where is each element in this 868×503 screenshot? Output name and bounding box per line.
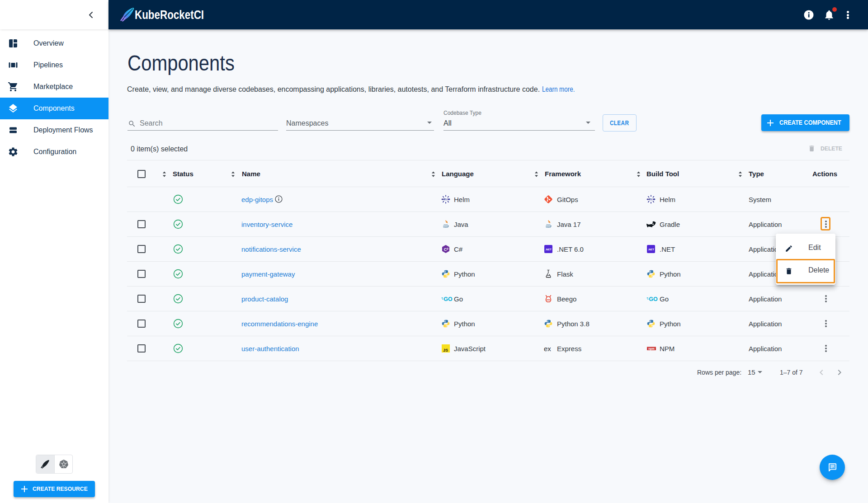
svg-text:GO: GO (649, 296, 658, 302)
svg-text:ex: ex (544, 345, 551, 353)
svg-text:GO: GO (443, 296, 453, 302)
svg-text:.NET: .NET (648, 248, 654, 251)
svg-text:#: # (447, 247, 448, 250)
svg-text:Flask: Flask (546, 276, 552, 278)
svg-text:JS: JS (443, 348, 448, 353)
svg-text:npm: npm (648, 347, 655, 351)
svg-text:HELM: HELM (442, 198, 450, 201)
svg-text:.NET: .NET (545, 248, 552, 251)
svg-text:HELM: HELM (647, 198, 655, 201)
